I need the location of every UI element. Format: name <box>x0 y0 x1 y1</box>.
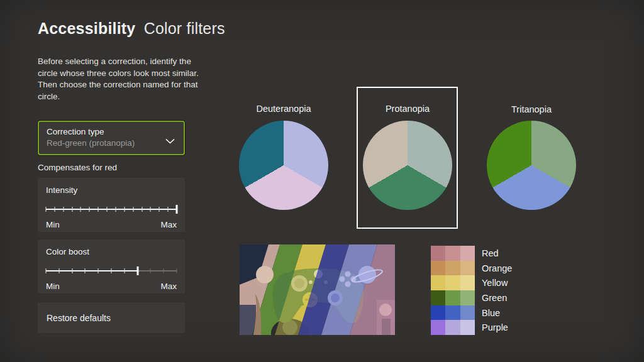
min-label: Min <box>46 282 60 291</box>
slider-tick <box>124 207 125 212</box>
palette-swatch <box>431 290 445 305</box>
palette-color-label: Green <box>482 290 512 305</box>
palette-color-label: Blue <box>482 305 512 321</box>
controller-preview-illustration <box>240 244 395 335</box>
slider-handle[interactable] <box>176 205 178 214</box>
compensates-text: Compensates for red <box>38 163 117 172</box>
min-label: Min <box>46 220 60 229</box>
instructions-text: Before selecting a correction, identify … <box>38 56 211 103</box>
palette-swatch <box>431 305 445 321</box>
slider-tick <box>150 207 151 212</box>
slider-tick <box>98 207 99 212</box>
max-label: Max <box>160 220 177 229</box>
pie-chart-tritanopia[interactable] <box>487 121 576 210</box>
pie-title-tritanopia: Tritanopia <box>481 104 582 114</box>
slider-tick <box>63 207 64 212</box>
intensity-slider[interactable] <box>46 204 177 214</box>
slider-tick <box>168 207 169 212</box>
slider-tick <box>177 268 177 273</box>
pie-chart-deuteranopia[interactable] <box>239 121 328 210</box>
pie-title-deuteranopia: Deuteranopia <box>233 104 334 114</box>
palette-swatch <box>445 246 460 261</box>
palette-row <box>431 290 475 305</box>
chevron-down-icon <box>165 135 175 146</box>
slider-tick <box>46 268 47 273</box>
slider-tick <box>124 268 125 273</box>
intensity-card: Intensity Min Max <box>38 178 185 232</box>
slider-tick <box>46 207 47 212</box>
page-title-subsection: Color filters <box>144 19 225 37</box>
restore-defaults-button[interactable]: Restore defaults <box>38 302 185 333</box>
page-title: Accessibility Color filters <box>38 19 225 38</box>
slider-handle[interactable] <box>136 266 138 275</box>
dropdown-label: Correction type <box>47 127 176 136</box>
intensity-label: Intensity <box>46 185 177 195</box>
palette-row <box>431 305 475 321</box>
palette-swatch <box>460 261 475 276</box>
slider-tick <box>98 268 99 273</box>
slider-tick <box>159 207 160 212</box>
palette-swatch <box>460 320 475 335</box>
palette-swatch <box>445 261 460 276</box>
page-title-section: Accessibility <box>38 19 135 37</box>
palette-color-label: Yellow <box>482 275 512 290</box>
palette-swatch <box>460 305 475 321</box>
palette-swatch <box>460 246 475 261</box>
palette-row <box>431 246 475 261</box>
color-filters-screen: Accessibility Color filters Before selec… <box>0 0 644 362</box>
palette-color-label: Orange <box>482 261 512 276</box>
color-boost-card: Color boost Min Max <box>38 239 185 293</box>
slider-tick <box>58 268 59 273</box>
palette-color-label: Red <box>482 246 512 261</box>
pie-chart-protanopia[interactable] <box>363 121 452 210</box>
slider-tick <box>85 268 86 273</box>
slider-tick <box>164 268 164 273</box>
slider-fill <box>46 209 177 210</box>
palette-row <box>431 261 475 276</box>
dropdown-value: Red-green (protanopia) <box>47 138 176 148</box>
slider-tick <box>142 207 142 212</box>
palette-swatch <box>431 275 445 290</box>
palette-swatch <box>445 290 460 305</box>
palette-swatch <box>431 320 445 335</box>
slider-tick <box>150 268 151 273</box>
color-boost-slider[interactable] <box>46 266 177 276</box>
slider-tick <box>133 207 133 212</box>
slider-tick <box>107 207 108 212</box>
palette-color-label: Purple <box>482 320 512 335</box>
max-label: Max <box>160 282 177 291</box>
slider-tick <box>115 207 116 212</box>
palette-swatch <box>445 320 460 335</box>
slider-tick <box>89 207 90 212</box>
palette-swatch <box>445 305 460 321</box>
palette-swatch <box>431 261 445 276</box>
palette-row <box>431 275 475 290</box>
slider-tick <box>72 207 72 212</box>
slider-tick <box>54 207 55 212</box>
palette-swatch <box>460 290 475 305</box>
palette-grid <box>431 246 475 335</box>
color-filter-preview-image <box>240 244 395 335</box>
slider-tick <box>80 207 81 212</box>
palette-labels: RedOrangeYellowGreenBluePurple <box>482 246 512 335</box>
palette-row <box>431 320 475 335</box>
slider-minmax: Min Max <box>46 282 177 291</box>
palette-swatch <box>445 275 460 290</box>
palette-swatch <box>431 246 445 261</box>
color-boost-label: Color boost <box>46 247 177 256</box>
palette-swatch <box>460 275 475 290</box>
correction-type-dropdown[interactable]: Correction type Red-green (protanopia) <box>38 121 185 155</box>
slider-minmax: Min Max <box>46 220 177 229</box>
slider-tick <box>111 268 112 273</box>
slider-tick <box>72 268 72 273</box>
